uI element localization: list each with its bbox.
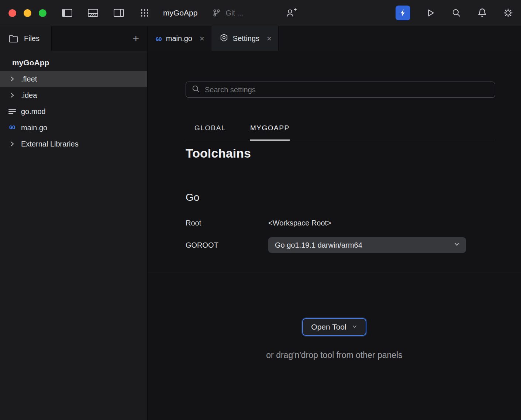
chevron-down-icon	[453, 241, 460, 249]
tab-files[interactable]: Files	[0, 26, 52, 51]
window-minimize-button[interactable]	[24, 9, 31, 17]
close-icon[interactable]: ×	[200, 35, 204, 43]
window-close-button[interactable]	[8, 9, 16, 17]
file-tree-item-fleet[interactable]: .fleet	[0, 71, 147, 87]
file-name: .fleet	[21, 75, 37, 83]
settings-search-input[interactable]	[205, 86, 489, 94]
tab-label: Settings	[233, 34, 259, 43]
goroot-dropdown[interactable]: Go go1.19.1 darwin/arm64	[268, 237, 466, 253]
tab-mygoapp[interactable]: MYGOAPP	[250, 124, 290, 140]
project-root-label[interactable]: myGoApp	[0, 51, 147, 71]
goroot-label: GOROOT	[186, 241, 268, 249]
tab-label: main.go	[166, 34, 192, 43]
titlebar-actions	[396, 6, 521, 20]
search-icon	[192, 85, 200, 95]
fleet-window: myGoApp Git ...	[0, 0, 521, 420]
file-name: go.mod	[21, 107, 46, 116]
titlebar: myGoApp Git ...	[0, 0, 521, 26]
tab-files-label: Files	[24, 34, 39, 43]
file-tree-item-idea[interactable]: .idea	[0, 87, 147, 103]
chevron-right-icon[interactable]	[7, 91, 17, 99]
group-title-go: Go	[186, 192, 495, 203]
toggle-right-panel-icon[interactable]	[113, 7, 124, 18]
files-panel-tabbar: Files +	[0, 26, 147, 51]
run-icon[interactable]	[425, 7, 436, 18]
file-tree-item-external-libraries[interactable]: External Libraries	[0, 136, 147, 152]
smart-mode-button[interactable]	[396, 6, 410, 20]
chevron-down-icon	[352, 323, 358, 331]
open-tool-button[interactable]: Open Tool	[302, 318, 366, 336]
file-name: .idea	[21, 91, 37, 100]
setting-row-root: Root <Workspace Root>	[186, 219, 495, 227]
tool-drop-panel: Open Tool or drag'n'drop tool from other…	[148, 272, 521, 420]
tab-global[interactable]: GLOBAL	[194, 124, 226, 140]
toggle-left-panel-icon[interactable]	[62, 7, 73, 18]
editor-area: GO main.go × Settings ×	[148, 26, 521, 420]
setting-row-goroot: GOROOT Go go1.19.1 darwin/arm64	[186, 237, 495, 253]
root-label: Root	[186, 219, 268, 227]
window-zoom-button[interactable]	[39, 9, 46, 17]
go-file-icon: GO	[7, 125, 17, 131]
settings-gear-icon[interactable]	[503, 7, 514, 18]
lightning-icon	[400, 9, 406, 17]
search-icon[interactable]	[451, 7, 462, 18]
file-lines-icon	[7, 107, 17, 116]
file-tree-item-maingo[interactable]: GO main.go	[0, 120, 147, 136]
drop-hint-text: or drag'n'drop tool from other panels	[266, 349, 402, 361]
chevron-right-icon[interactable]	[7, 140, 17, 148]
window-title: myGoApp	[163, 8, 197, 17]
goroot-dropdown-value: Go go1.19.1 darwin/arm64	[275, 241, 362, 249]
chevron-right-icon[interactable]	[7, 75, 17, 83]
toggle-bottom-panel-icon[interactable]	[87, 7, 99, 18]
section-title-toolchains: Toolchains	[186, 146, 495, 161]
editor-tabbar: GO main.go × Settings ×	[148, 26, 521, 51]
close-icon[interactable]: ×	[267, 35, 272, 43]
settings-page: GLOBAL MYGOAPP Toolchains Go Root <Works…	[148, 51, 521, 272]
git-widget[interactable]: Git ...	[211, 7, 243, 18]
root-value[interactable]: <Workspace Root>	[268, 219, 331, 227]
file-tree-item-gomod[interactable]: go.mod	[0, 103, 147, 120]
git-branch-icon	[211, 7, 222, 18]
window-controls	[0, 9, 46, 17]
file-name: External Libraries	[21, 140, 79, 148]
tab-main-go[interactable]: GO main.go ×	[148, 26, 211, 51]
tab-settings[interactable]: Settings ×	[211, 26, 279, 51]
folder-icon	[8, 33, 19, 44]
file-name: main.go	[21, 124, 47, 132]
workspaces-grid-icon[interactable]	[139, 7, 150, 18]
notifications-bell-icon[interactable]	[477, 7, 488, 18]
git-label: Git ...	[225, 9, 243, 17]
settings-search[interactable]	[186, 82, 495, 98]
settings-hexagon-icon	[220, 33, 228, 44]
settings-scope-tabs: GLOBAL MYGOAPP	[186, 124, 495, 140]
collaborate-add-user-icon[interactable]	[286, 7, 297, 18]
files-panel: Files + myGoApp .fleet .idea	[0, 26, 148, 420]
add-tab-button[interactable]: +	[132, 33, 139, 44]
open-tool-label: Open Tool	[311, 323, 346, 331]
file-tree: .fleet .idea go.mod GO	[0, 71, 147, 152]
go-file-icon: GO	[156, 34, 162, 43]
panel-toggles	[62, 7, 150, 18]
